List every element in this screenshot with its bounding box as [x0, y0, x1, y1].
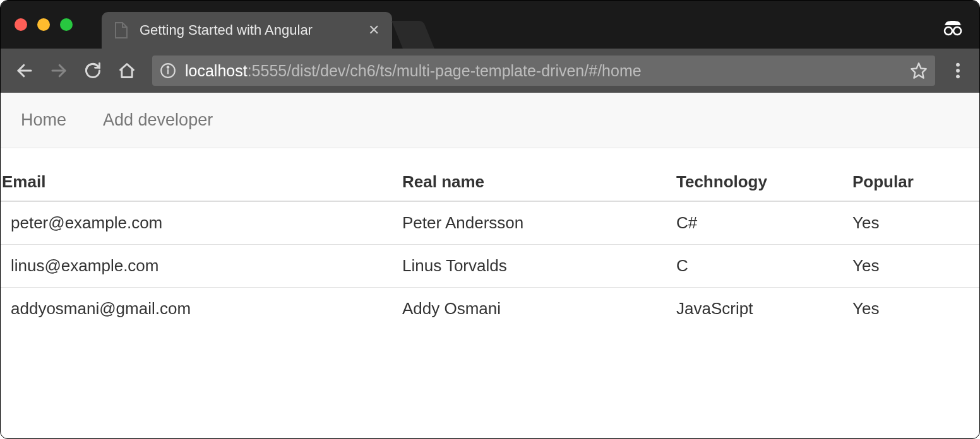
nav-link-home[interactable]: Home [21, 110, 66, 130]
page-content: Home Add developer Email Real name Techn… [1, 93, 979, 330]
tab-close-button[interactable]: ✕ [368, 23, 379, 37]
table-row: linus@example.comLinus TorvaldsCYes [1, 245, 979, 288]
new-tab-button[interactable] [391, 21, 434, 49]
back-button[interactable] [9, 56, 40, 86]
forward-button[interactable] [44, 56, 74, 86]
window-maximize-button[interactable] [60, 18, 73, 31]
window-controls [15, 18, 73, 31]
browser-toolbar: localhost:5555/dist/dev/ch6/ts/multi-pag… [1, 49, 979, 93]
table-cell-name: Linus Torvalds [392, 245, 666, 288]
incognito-icon [941, 16, 964, 41]
file-icon [113, 21, 128, 39]
table-cell-email: peter@example.com [1, 201, 392, 245]
table-header-popular: Popular [842, 172, 979, 201]
table-row: addyosmani@gmail.comAddy OsmaniJavaScrip… [1, 288, 979, 331]
svg-point-1 [953, 27, 961, 35]
table-cell-tech: JavaScript [666, 288, 842, 331]
table-header-technology: Technology [666, 172, 842, 201]
bookmark-star-icon[interactable] [910, 62, 928, 79]
svg-point-6 [167, 66, 169, 68]
table-cell-name: Peter Andersson [392, 201, 666, 245]
home-button[interactable] [112, 56, 142, 86]
table-cell-popular: Yes [842, 201, 979, 245]
svg-point-9 [956, 69, 960, 73]
table-cell-tech: C# [666, 201, 842, 245]
table-cell-email: addyosmani@gmail.com [1, 288, 392, 331]
table-cell-tech: C [666, 245, 842, 288]
svg-point-0 [945, 27, 952, 35]
address-bar[interactable]: localhost:5555/dist/dev/ch6/ts/multi-pag… [152, 56, 935, 86]
table-cell-popular: Yes [842, 245, 979, 288]
svg-point-10 [956, 74, 960, 78]
svg-marker-7 [911, 63, 926, 78]
developers-table: Email Real name Technology Popular peter… [1, 172, 979, 330]
tab-title: Getting Started with Angular [140, 22, 356, 38]
browser-menu-button[interactable] [945, 56, 971, 86]
info-icon [160, 62, 176, 79]
table-header-name: Real name [392, 172, 666, 201]
table-cell-email: linus@example.com [1, 245, 392, 288]
table-cell-popular: Yes [842, 288, 979, 331]
table-row: peter@example.comPeter AnderssonC#Yes [1, 201, 979, 245]
app-navbar: Home Add developer [1, 93, 979, 148]
url-text: localhost:5555/dist/dev/ch6/ts/multi-pag… [185, 62, 642, 80]
browser-tab[interactable]: Getting Started with Angular ✕ [102, 12, 392, 49]
table-cell-name: Addy Osmani [392, 288, 666, 331]
nav-link-add-developer[interactable]: Add developer [103, 110, 213, 130]
svg-point-8 [956, 63, 960, 67]
reload-button[interactable] [78, 56, 108, 86]
browser-tab-strip: Getting Started with Angular ✕ [1, 1, 979, 49]
table-header-email: Email [1, 172, 392, 201]
window-minimize-button[interactable] [37, 18, 50, 31]
window-close-button[interactable] [15, 18, 27, 31]
